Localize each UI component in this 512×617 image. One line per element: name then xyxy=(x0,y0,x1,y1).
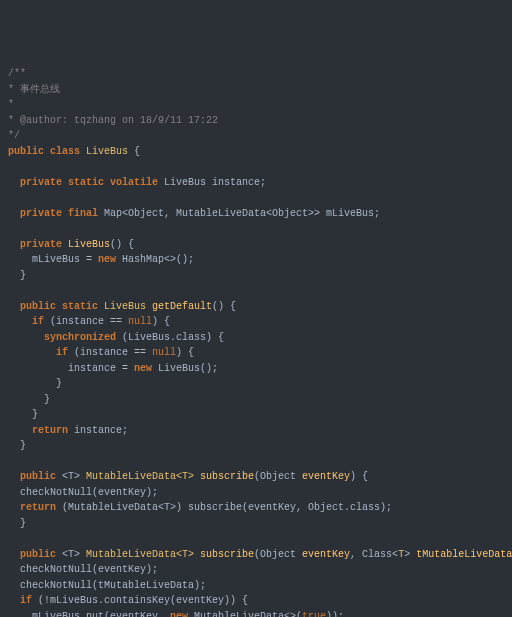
paren: )); xyxy=(326,611,344,618)
comment: * 事件总线 xyxy=(8,84,60,95)
literal-true: true xyxy=(302,611,326,618)
assign: mLiveBus = xyxy=(8,254,98,265)
ctor-call: LiveBus(); xyxy=(158,363,218,374)
ctor-call: HashMap<>(); xyxy=(122,254,194,265)
paren: ) { xyxy=(350,471,368,482)
ret-val: instance; xyxy=(74,425,128,436)
comment: /** xyxy=(8,68,26,79)
paren: ) { xyxy=(176,347,194,358)
cond: (!mLiveBus.containsKey(eventKey)) { xyxy=(38,595,248,606)
keyword-if: if xyxy=(8,347,74,358)
param-name: eventKey xyxy=(302,471,350,482)
brace: } xyxy=(8,270,26,281)
paren: () { xyxy=(110,239,134,250)
comment: */ xyxy=(8,130,20,141)
stmt: checkNotNull(eventKey); xyxy=(8,487,158,498)
keyword-private: private xyxy=(8,239,68,250)
assign: instance = xyxy=(8,363,134,374)
keyword-return: return xyxy=(8,425,74,436)
keyword-if: if xyxy=(8,316,50,327)
keyword-public-class: public class xyxy=(8,146,86,157)
brace: { xyxy=(128,146,140,157)
paren: () { xyxy=(212,301,236,312)
class-name: LiveBus xyxy=(86,146,128,157)
method-getdefault: getDefault xyxy=(152,301,212,312)
type-param: <T> xyxy=(62,471,86,482)
stmt: checkNotNull(tMutableLiveData); xyxy=(8,580,206,591)
param-name: eventKey xyxy=(302,549,350,560)
stmt: checkNotNull(eventKey); xyxy=(8,564,158,575)
ctor-call: MutableLiveData<>( xyxy=(194,611,302,618)
literal-null: null xyxy=(128,316,152,327)
cond: (instance == xyxy=(74,347,152,358)
brace: } xyxy=(8,440,26,451)
return-type: LiveBus xyxy=(104,301,152,312)
return-type: MutableLiveData<T> xyxy=(86,471,200,482)
comment: * xyxy=(8,99,14,110)
code-editor[interactable]: /** * 事件总线 * * @author: tqzhang on 18/9/… xyxy=(8,66,504,617)
comment: * @author: tqzhang on 18/9/11 17:22 xyxy=(8,115,218,126)
keyword-if: if xyxy=(8,595,38,606)
field-decl: Map<Object, MutableLiveData<Object>> mLi… xyxy=(104,208,380,219)
keyword-private-final: private final xyxy=(8,208,104,219)
brace: } xyxy=(8,409,38,420)
keyword-public-static: public static xyxy=(8,301,104,312)
param-type: (Object xyxy=(254,549,302,560)
type-param: <T> xyxy=(62,549,86,560)
keyword-new: new xyxy=(98,254,122,265)
cond: (instance == xyxy=(50,316,128,327)
param-name: tMutableLiveData xyxy=(416,549,512,560)
literal-null: null xyxy=(152,347,176,358)
method-subscribe: subscribe xyxy=(200,471,254,482)
constructor-name: LiveBus xyxy=(68,239,110,250)
keyword-new: new xyxy=(134,363,158,374)
keyword-public: public xyxy=(8,471,62,482)
call: mLiveBus.put(eventKey, xyxy=(8,611,170,618)
ret-val: (MutableLiveData<T>) subscribe(eventKey,… xyxy=(62,502,392,513)
keyword-synchronized: synchronized xyxy=(8,332,122,343)
param-type: (Object xyxy=(254,471,302,482)
brace: } xyxy=(8,394,50,405)
brace: } xyxy=(8,378,62,389)
keyword-public: public xyxy=(8,549,62,560)
lock: (LiveBus.class) { xyxy=(122,332,224,343)
field-decl: LiveBus instance; xyxy=(164,177,266,188)
gt: > xyxy=(404,549,416,560)
return-type: MutableLiveData<T> xyxy=(86,549,200,560)
brace: } xyxy=(8,518,26,529)
comma: , Class< xyxy=(350,549,398,560)
keyword-private-static-volatile: private static volatile xyxy=(8,177,164,188)
method-subscribe: subscribe xyxy=(200,549,254,560)
paren: ) { xyxy=(152,316,170,327)
keyword-new: new xyxy=(170,611,194,618)
keyword-return: return xyxy=(8,502,62,513)
